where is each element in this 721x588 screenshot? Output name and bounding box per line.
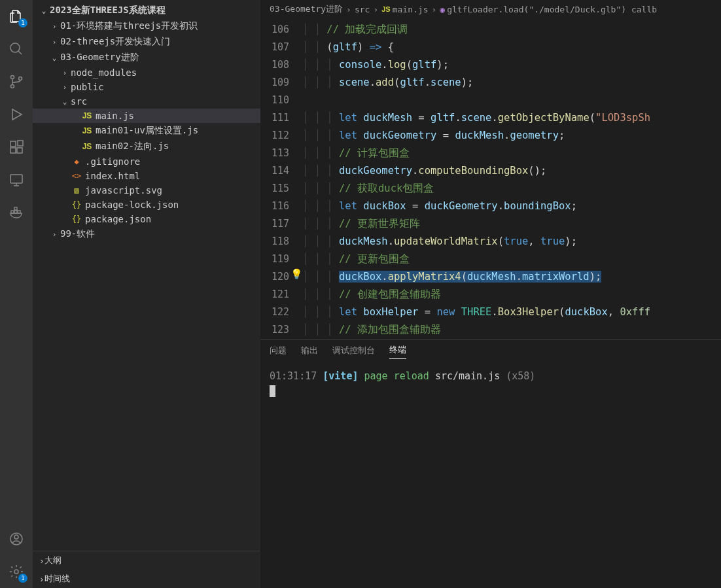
terminal-time: 01:31:17 <box>270 370 317 382</box>
tree-item-label: src <box>71 96 87 107</box>
line-number: 114 <box>260 162 289 180</box>
extensions-icon[interactable] <box>0 131 33 164</box>
tree-folder[interactable]: ›public <box>33 80 260 94</box>
tree-folder[interactable]: ›02-threejs开发快速入门 <box>33 34 260 50</box>
js-file-icon: JS <box>81 126 93 135</box>
account-icon[interactable] <box>0 523 33 555</box>
code-line[interactable]: │ │ (gltf) => { <box>302 39 721 56</box>
breadcrumb-part[interactable]: main.js <box>393 5 429 14</box>
code-line[interactable]: │ │ │ duckBox.applyMatrix4(duckMesh.matr… <box>302 268 721 286</box>
code-line[interactable]: │ │ │ // 获取duck包围盒 <box>302 180 721 198</box>
editor-area: 03-Geometry进阶 › src › JS main.js › ◉ glt… <box>260 0 721 588</box>
sidebar: ⌄ 2023全新THREEJS系统课程 ›01-环境搭建与threejs开发初识… <box>33 0 260 588</box>
tree-item-label: javascript.svg <box>85 185 162 196</box>
tree-folder[interactable]: ⌄03-Geometry进阶 <box>33 50 260 65</box>
remote-explorer-icon[interactable] <box>0 164 33 196</box>
code-line[interactable]: │ │ │ let duckGeometry = duckMesh.geomet… <box>302 127 721 145</box>
breadcrumbs[interactable]: 03-Geometry进阶 › src › JS main.js › ◉ glt… <box>260 0 721 18</box>
code-line[interactable]: │ │ // 加载完成回调 <box>302 21 721 39</box>
svg-point-18 <box>14 535 18 539</box>
code-line[interactable]: │ │ │ let duckMesh = gltf.scene.getObjec… <box>302 109 721 127</box>
terminal-output[interactable]: 01:31:17 [vite] page reload src/main.js … <box>260 364 721 588</box>
chevron-right-icon: › <box>432 5 437 14</box>
chevron-icon: ⌄ <box>60 97 69 106</box>
run-debug-icon[interactable] <box>0 98 33 131</box>
tree-item-label: main.js <box>96 111 134 121</box>
tree-file[interactable]: ▨javascript.svg <box>33 183 260 198</box>
tree-folder[interactable]: ›01-环境搭建与threejs开发初识 <box>33 18 260 34</box>
panel-tabs: 问题输出调试控制台终端 <box>260 340 721 364</box>
line-number: 106 <box>260 21 289 39</box>
code-editor[interactable]: 1061071081091101111121131141151161171181… <box>260 18 721 339</box>
chevron-right-icon: › <box>373 5 378 14</box>
js-file-icon: JS <box>81 111 93 120</box>
svg-rect-7 <box>10 148 16 153</box>
tree-item-label: main01-uv属性设置.js <box>96 125 198 137</box>
panel-tab[interactable]: 调试控制台 <box>332 345 375 359</box>
tree-file[interactable]: <>index.html <box>33 169 260 183</box>
code-line[interactable]: │ │ │ let boxHelper = new THREE.Box3Help… <box>302 303 721 321</box>
chevron-right-icon: › <box>39 574 44 584</box>
code-line[interactable]: │ │ │ // 更新包围盒 <box>302 251 721 268</box>
tree-file[interactable]: JSmain01-uv属性设置.js <box>33 123 260 139</box>
tree-file[interactable]: {}package-lock.json <box>33 198 260 212</box>
line-number: 109 <box>260 74 289 92</box>
svg-point-3 <box>11 85 14 88</box>
line-number: 111 <box>260 109 289 127</box>
tree-root[interactable]: ⌄ 2023全新THREEJS系统课程 <box>33 3 260 18</box>
search-icon[interactable] <box>0 33 33 65</box>
tree-folder[interactable]: ⌄src <box>33 94 260 109</box>
svg-rect-10 <box>10 175 22 183</box>
timeline-header[interactable]: › 时间线 <box>33 570 260 588</box>
activity-bar: 1 1 <box>0 0 33 588</box>
code-content[interactable]: │ │ // 加载完成回调│ │ (gltf) => {│ │ │ consol… <box>302 18 721 339</box>
chevron-icon: ⌄ <box>50 54 59 62</box>
js-file-icon: JS <box>81 142 93 151</box>
code-line[interactable] <box>302 92 721 109</box>
code-line[interactable]: │ │ │ // 更新世界矩阵 <box>302 215 721 233</box>
code-line[interactable]: │ │ │ let duckBox = duckGeometry.boundin… <box>302 198 721 215</box>
tree-folder[interactable]: ›99-软件 <box>33 226 260 242</box>
outline-label: 大纲 <box>44 555 62 566</box>
lightbulb-icon[interactable]: 💡 <box>290 268 303 280</box>
line-number: 112 <box>260 127 289 145</box>
json-file-icon: {} <box>71 200 82 209</box>
panel-tab[interactable]: 终端 <box>389 345 406 359</box>
breadcrumb-part[interactable]: src <box>355 5 370 14</box>
settings-gear-icon[interactable]: 1 <box>0 555 33 588</box>
panel-tab[interactable]: 问题 <box>270 345 287 359</box>
file-tree[interactable]: ⌄ 2023全新THREEJS系统课程 ›01-环境搭建与threejs开发初识… <box>33 0 260 551</box>
code-line[interactable]: │ │ │ // 创建包围盒辅助器 <box>302 286 721 303</box>
code-line[interactable]: │ │ │ // 计算包围盒 <box>302 145 721 162</box>
breadcrumb-symbol[interactable]: gltfLoader.load("./model/Duck.glb") call… <box>447 5 657 14</box>
tree-item-label: 02-threejs开发快速入门 <box>60 36 170 48</box>
svg-rect-16 <box>14 207 17 210</box>
code-line[interactable]: │ │ │ scene.add(gltf.scene); <box>302 74 721 92</box>
panel-tab[interactable]: 输出 <box>301 345 318 359</box>
tree-item-label: index.html <box>85 171 140 181</box>
svg-file-icon: ▨ <box>71 186 82 195</box>
line-number: 121 <box>260 286 289 303</box>
settings-badge: 1 <box>18 574 27 583</box>
tree-file[interactable]: JSmain.js <box>33 109 260 123</box>
svg-marker-5 <box>12 109 22 120</box>
line-number: 116 <box>260 198 289 215</box>
docker-icon[interactable] <box>0 196 33 229</box>
line-number: 108 <box>260 56 289 74</box>
explorer-icon[interactable]: 1 <box>0 0 33 33</box>
svg-line-1 <box>18 51 22 54</box>
code-line[interactable]: │ │ │ // 添加包围盒辅助器 <box>302 321 721 339</box>
line-number: 118 <box>260 233 289 251</box>
tree-file[interactable]: ◆.gitignore <box>33 154 260 169</box>
tree-folder[interactable]: ›node_modules <box>33 65 260 80</box>
breadcrumb-part[interactable]: 03-Geometry进阶 <box>270 3 343 15</box>
tree-root-label: 2023全新THREEJS系统课程 <box>50 5 166 16</box>
source-control-icon[interactable] <box>0 65 33 98</box>
svg-point-19 <box>14 570 18 574</box>
code-line[interactable]: │ │ │ duckGeometry.computeBoundingBox(); <box>302 162 721 180</box>
code-line[interactable]: │ │ │ console.log(gltf); <box>302 56 721 74</box>
tree-file[interactable]: JSmain02-法向.js <box>33 139 260 154</box>
code-line[interactable]: │ │ │ duckMesh.updateWorldMatrix(true, t… <box>302 233 721 251</box>
outline-header[interactable]: › 大纲 <box>33 551 260 570</box>
tree-file[interactable]: {}package.json <box>33 212 260 226</box>
